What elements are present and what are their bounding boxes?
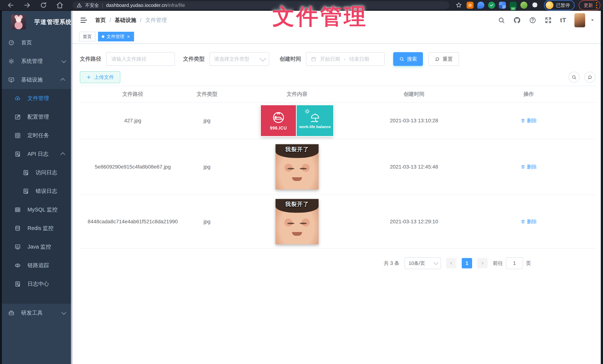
trash-icon [521,164,525,169]
browser-profile-chip[interactable]: 已暂停 [544,0,575,10]
sidebar-item-dev-tools[interactable]: 研发工具 [0,304,72,322]
trash-icon [521,118,525,123]
table-icon [14,207,21,213]
sidebar-item-label: 定时任务 [27,132,65,139]
browser-menu-dots-icon[interactable] [596,2,597,8]
sidebar-item-access-log[interactable]: 访问日志 [0,163,72,182]
sidebar-item-scheduled-tasks[interactable]: 定时任务 [0,126,72,145]
sidebar-item-label: 链路追踪 [27,262,65,269]
bookmark-star-icon[interactable] [455,2,462,9]
extension-icon-green-check[interactable] [488,2,495,9]
browser-home-icon[interactable] [56,1,64,9]
sidebar-item-log-center[interactable]: 日志中心 [0,275,72,293]
file-type-select[interactable]: 请选择文件类型 [209,52,269,66]
tab-file-management[interactable]: 文件管理 [98,32,134,41]
user-avatar[interactable] [574,13,585,27]
sidebar-collapse-icon[interactable] [79,17,88,24]
extension-icon-orange[interactable] [466,2,474,9]
sidebar-item-tracing[interactable]: 链路追踪 [0,256,72,275]
current-page-button[interactable]: 1 [462,258,472,268]
delete-button[interactable]: 删除 [521,218,537,225]
column-header-content: 文件内容 [228,91,366,98]
table-row: 8448cada8c714e4ab61f521c8da21990 jpg 我裂开… [80,195,596,249]
sidebar-logo-row[interactable]: 芋道管理系统 [0,11,72,34]
sidebar-submenu-infra: 文件管理 配置管理 定时任务 API 日志 访问日志 错误日志 [0,89,72,304]
sidebar-item-infra[interactable]: 基础设施 [0,70,72,89]
sidebar-item-system[interactable]: 系统管理 [0,52,72,70]
upload-file-button[interactable]: 上传文件 [80,71,120,83]
breadcrumb: 首页 / 基础设施 / 文件管理 [95,17,167,24]
sidebar-item-file-management[interactable]: 文件管理 [0,89,72,108]
extension-icon-switch[interactable]: on [510,2,517,9]
log-icon [14,281,21,287]
delete-button[interactable]: 删除 [521,163,537,170]
close-icon[interactable] [127,35,130,38]
extension-icon-grid[interactable] [499,2,506,9]
sidebar-item-label: Java 监控 [27,243,65,250]
window-scrollbar-edge[interactable] [601,11,603,364]
prev-page-button[interactable] [446,258,456,268]
help-icon[interactable] [529,17,536,24]
sidebar-item-redis-monitor[interactable]: Redis 监控 [0,219,72,238]
reset-button-label: 重置 [443,56,453,62]
next-page-button[interactable] [477,258,488,268]
extensions-puzzle-icon[interactable] [531,2,538,9]
search-button[interactable]: 搜索 [393,52,423,66]
chevron-down-icon [433,260,438,265]
cell-file-type: jpg [186,164,228,170]
sidebar-item-mysql-monitor[interactable]: MySQL 监控 [0,201,72,219]
page-size-select[interactable]: 10条/页 [405,257,441,269]
chevron-up-icon [60,152,65,157]
active-tab-dot [102,35,104,38]
sidebar-item-home[interactable]: 首页 [0,34,72,52]
trash-icon [521,219,525,224]
sidebar-item-java-monitor[interactable]: Java 监控 [0,238,72,256]
extension-icon-pin[interactable] [477,2,484,9]
filter-form: 文件路径 文件类型 请选择文件类型 创建时间 开始日期 - 结束日期 [80,49,596,69]
font-size-icon[interactable]: tT [560,17,566,24]
page-url: dashboard.yudao.iocoder.cn/infra/file [106,2,185,8]
sidebar-item-label: Redis 监控 [27,225,65,232]
extension-icon-leaf[interactable] [520,2,527,9]
browser-reload-icon[interactable] [39,1,47,9]
file-preview-baby-meme[interactable]: 我裂开了 [276,144,319,190]
cell-created-time: 2021-03-13 12:45:48 [366,164,462,170]
file-preview-baby-meme[interactable]: 我裂开了 [276,199,319,244]
cell-created-time: 2021-03-13 12:29:10 [366,219,462,225]
file-type-label: 文件类型 [183,55,205,63]
browser-update-button[interactable]: 更新 [579,0,600,10]
sidebar-scrollbar[interactable] [71,11,72,364]
tab-home[interactable]: 首页 [79,32,95,41]
toggle-search-button[interactable] [568,72,580,83]
app-title: 芋道管理系统 [34,18,72,26]
log-icon [14,151,21,157]
sidebar-item-api-log[interactable]: API 日志 [0,145,72,163]
cell-file-path: 8448cada8c714e4ab61f521c8da21990 [80,219,186,225]
date-end-placeholder: 结束日期 [349,56,369,62]
file-path-input[interactable] [111,56,170,62]
breadcrumb-infra[interactable]: 基础设施 [115,17,136,24]
browser-forward-icon[interactable] [23,1,31,9]
eye-icon [14,262,21,269]
date-range-picker[interactable]: 开始日期 - 结束日期 [306,52,385,66]
delete-button[interactable]: 删除 [521,117,537,124]
browser-back-icon[interactable] [7,1,15,9]
reset-button[interactable]: 重置 [429,52,459,66]
search-icon[interactable] [498,17,505,24]
refresh-table-button[interactable] [584,72,596,83]
cell-actions: 删除 [462,163,595,170]
main-area: 首页 / 基础设施 / 文件管理 tT 首页 [72,11,603,364]
meme-face-detail [292,232,302,236]
goto-page-input[interactable] [506,257,523,269]
address-bar[interactable]: 不安全 | dashboard.yudao.iocoder.cn/infra/f… [72,1,449,9]
refresh-icon [587,75,593,80]
breadcrumb-home[interactable]: 首页 [95,17,106,24]
sidebar-item-config[interactable]: 配置管理 [0,108,72,126]
not-secure-warning-icon[interactable] [77,2,82,8]
caret-down-icon[interactable] [590,18,595,23]
page-unit-label: 页 [526,260,531,267]
file-preview-996-badge[interactable]: 996.ICU work-life balance [261,105,333,136]
fullscreen-icon[interactable] [545,17,552,24]
github-icon[interactable] [513,17,521,24]
sidebar-item-error-log[interactable]: 错误日志 [0,182,72,201]
